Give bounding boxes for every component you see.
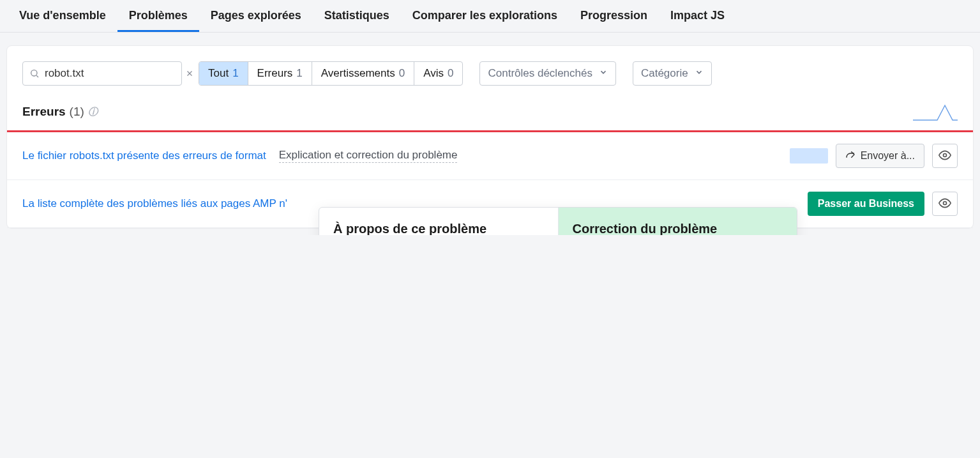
nav-crawled-pages[interactable]: Pages explorées (199, 0, 313, 32)
view-button[interactable] (932, 192, 958, 216)
upgrade-button[interactable]: Passer au Business (808, 192, 924, 216)
eye-icon (939, 197, 951, 211)
sparkline (913, 102, 958, 121)
triggered-controls-label: Contrôles déclenchés (488, 67, 592, 80)
popover-fix: Correction du problème Passez en revue v… (559, 208, 797, 235)
issue-row: Le fichier robots.txt présente des erreu… (7, 132, 973, 180)
issues-panel: Tout 1 Erreurs 1 Avertissements 0 Avis 0… (6, 45, 974, 229)
nav-js-impact[interactable]: Impact JS (659, 0, 736, 32)
popover-about: À propos de ce problème Si votre fichier… (319, 208, 559, 235)
explanation-popover: À propos de ce problème Si votre fichier… (319, 207, 797, 235)
nav-issues[interactable]: Problèmes (117, 0, 199, 32)
filter-errors[interactable]: Erreurs 1 (248, 62, 312, 85)
nav-compare-crawls[interactable]: Comparer les explorations (401, 0, 569, 32)
search-box[interactable] (22, 61, 182, 86)
clear-icon[interactable] (185, 69, 194, 78)
issue-link[interactable]: La liste complète des problèmes liés aux… (22, 197, 276, 210)
filter-warnings[interactable]: Avertissements 0 (312, 62, 414, 85)
filter-all[interactable]: Tout 1 (199, 62, 248, 85)
view-button[interactable] (932, 144, 958, 168)
row-actions: Envoyer à... (790, 144, 958, 168)
eye-icon (939, 149, 951, 164)
section-count: (1) (70, 105, 84, 119)
explanation-link[interactable]: Explication et correction du problème (279, 149, 458, 163)
filter-notices[interactable]: Avis 0 (414, 62, 462, 85)
filter-errors-count: 1 (296, 67, 302, 80)
triggered-controls-dropdown[interactable]: Contrôles déclenchés (479, 61, 615, 86)
filter-all-count: 1 (232, 67, 238, 80)
share-arrow-icon (845, 149, 856, 162)
filter-errors-label: Erreurs (257, 67, 293, 80)
filter-all-label: Tout (208, 67, 229, 80)
send-to-button[interactable]: Envoyer à... (836, 144, 924, 168)
chevron-down-icon (599, 67, 608, 80)
nav-overview[interactable]: Vue d'ensemble (8, 0, 117, 32)
search-icon (29, 68, 40, 79)
issue-link[interactable]: Le fichier robots.txt présente des erreu… (22, 149, 266, 162)
filter-warnings-count: 0 (399, 67, 405, 80)
trend-chip (790, 148, 828, 164)
top-nav: Vue d'ensemble Problèmes Pages explorées… (0, 0, 980, 33)
section-header: Erreurs (1) ⓘ (7, 97, 973, 130)
filter-warnings-label: Avertissements (321, 67, 395, 80)
row-actions: Passer au Business (781, 192, 958, 216)
category-dropdown[interactable]: Catégorie (633, 61, 712, 86)
send-to-label: Envoyer à... (861, 150, 915, 162)
section-title-text: Erreurs (22, 105, 66, 119)
svg-point-0 (31, 70, 37, 76)
section-title: Erreurs (1) ⓘ (22, 105, 98, 119)
nav-statistics[interactable]: Statistiques (313, 0, 401, 32)
svg-point-4 (944, 153, 947, 156)
svg-point-5 (944, 201, 947, 204)
search-input[interactable] (45, 67, 180, 80)
filter-notices-count: 0 (448, 67, 453, 80)
svg-line-1 (36, 75, 38, 77)
issue-suffix: n' (276, 197, 287, 210)
filter-bar: Tout 1 Erreurs 1 Avertissements 0 Avis 0… (7, 46, 973, 97)
info-icon[interactable]: ⓘ (88, 106, 98, 118)
filter-notices-label: Avis (423, 67, 444, 80)
nav-progress[interactable]: Progression (569, 0, 659, 32)
type-filter: Tout 1 Erreurs 1 Avertissements 0 Avis 0 (199, 61, 463, 86)
fix-heading: Correction du problème (573, 222, 783, 235)
chevron-down-icon (695, 67, 704, 80)
category-label: Catégorie (641, 67, 688, 80)
about-heading: À propos de ce problème (333, 222, 544, 235)
